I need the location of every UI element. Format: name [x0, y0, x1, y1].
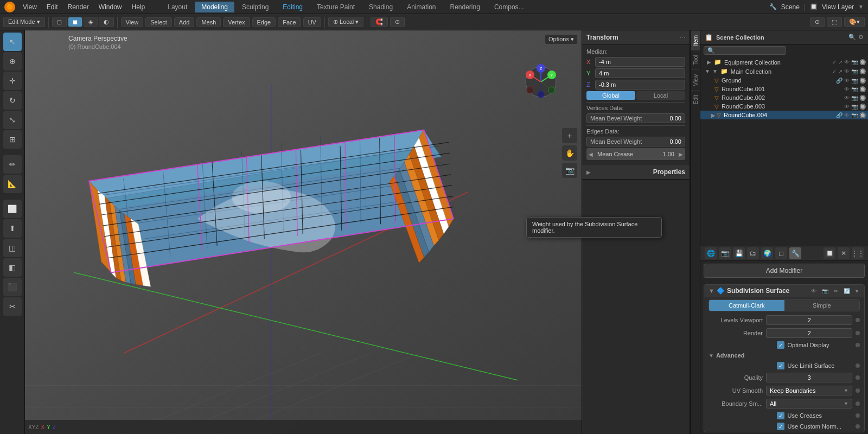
measure-tool[interactable]: 📐: [3, 175, 22, 193]
snap-btn[interactable]: 🧲: [371, 17, 388, 27]
side-tab-edit[interactable]: Edit: [691, 90, 700, 108]
vert-bevel-field[interactable]: Mean Bevel Weight 0.00: [586, 113, 685, 123]
props-world-icon[interactable]: 🌍: [761, 247, 773, 259]
outliner-settings-btn[interactable]: ⚙: [858, 34, 864, 41]
rc004-camera[interactable]: 📷: [851, 112, 858, 118]
wireframe-btn[interactable]: ◻: [52, 17, 67, 27]
equipment-render[interactable]: 🔘: [859, 59, 866, 65]
add-cube-tool[interactable]: ⬜: [3, 200, 22, 218]
tab-modeling[interactable]: Modeling: [195, 2, 234, 12]
global-btn[interactable]: Global: [586, 91, 635, 100]
use-limit-surface-checkbox[interactable]: ✓: [777, 362, 784, 369]
menu-file[interactable]: View: [18, 2, 41, 12]
side-tab-tool[interactable]: Tool: [691, 50, 700, 69]
props-more-icon[interactable]: ⋮⋮: [852, 247, 864, 259]
ground-camera[interactable]: 📷: [851, 78, 858, 84]
transform-section-header[interactable]: Transform ⋯: [582, 30, 690, 45]
render-value[interactable]: 2: [766, 328, 852, 338]
ground-eye[interactable]: 👁: [844, 78, 850, 84]
menu-help[interactable]: Help: [127, 2, 150, 12]
rendered-btn[interactable]: ◐: [99, 17, 114, 27]
main-render[interactable]: 🔘: [859, 68, 866, 74]
edge-bevel-field[interactable]: Mean Bevel Weight 0.00: [586, 137, 685, 146]
zoom-in-btn[interactable]: +: [562, 128, 577, 143]
modifier-render-vis[interactable]: 📷: [820, 288, 830, 295]
select-tool[interactable]: ↖: [3, 33, 22, 51]
main-eye[interactable]: 👁: [844, 68, 850, 74]
modifier-expand-icon[interactable]: ▼: [709, 288, 714, 294]
blender-logo-icon[interactable]: 🟠: [4, 2, 15, 12]
menu-edit[interactable]: Edit: [42, 2, 62, 12]
side-tab-item[interactable]: Item: [691, 30, 700, 50]
shading-dropdown[interactable]: 🎨▾: [844, 17, 865, 27]
ground-link-icon[interactable]: 🔗: [836, 78, 843, 84]
inset-tool[interactable]: ◫: [3, 239, 22, 257]
rc003-eye[interactable]: 👁: [844, 104, 850, 110]
main-restrict-arrow[interactable]: ↗: [838, 68, 843, 74]
edit-mode-dropdown[interactable]: Edit Mode ▾: [3, 17, 45, 27]
props-scene-icon[interactable]: 🌐: [705, 247, 717, 259]
main-collection-row[interactable]: ▼ ▼ 📁 Main Collection ✓ ↗ 👁 📷 🔘: [700, 67, 868, 76]
menu-render[interactable]: Render: [63, 2, 93, 12]
pan-btn[interactable]: ✋: [562, 145, 577, 161]
scale-tool[interactable]: ⤡: [3, 111, 22, 129]
y-field[interactable]: 4 m: [595, 68, 685, 78]
uv-smooth-dot[interactable]: [856, 388, 860, 393]
tab-uv-editing[interactable]: Editing: [276, 2, 309, 12]
loop-cut-tool[interactable]: ⬛: [3, 278, 22, 296]
props-render-icon[interactable]: 📷: [719, 247, 731, 259]
tab-animation[interactable]: Animation: [400, 2, 442, 12]
simple-option[interactable]: Simple: [784, 300, 860, 311]
move-tool[interactable]: ✛: [3, 72, 22, 90]
rotate-tool[interactable]: ↻: [3, 91, 22, 110]
levels-viewport-dot[interactable]: [856, 318, 860, 322]
cursor-tool[interactable]: ⊕: [3, 52, 22, 71]
ground-item[interactable]: ▽ Ground 🔗 👁 📷 🔘: [700, 76, 868, 85]
props-close-icon[interactable]: ✕: [838, 247, 850, 259]
rc004-render[interactable]: 🔘: [859, 112, 866, 118]
annotate-tool[interactable]: ✏: [3, 155, 22, 174]
boundary-smooth-dropdown[interactable]: All ▼: [766, 399, 852, 409]
props-object-icon[interactable]: ◻: [775, 247, 787, 259]
modifier-edit-mode[interactable]: ✏: [832, 288, 840, 295]
levels-viewport-value[interactable]: 2: [766, 315, 852, 325]
rc002-eye[interactable]: 👁: [844, 95, 850, 101]
use-limit-surface-dot[interactable]: [856, 363, 860, 368]
transform-tool[interactable]: ⊞: [3, 130, 22, 149]
uv-smooth-dropdown[interactable]: Keep Boundaries ▼: [766, 386, 852, 395]
mean-crease-row[interactable]: ◀ Mean Crease 1.00 ▶: [586, 148, 685, 160]
equipment-restrict-arrow[interactable]: ↗: [838, 59, 843, 65]
equipment-expand-arrow[interactable]: ▶: [707, 59, 711, 65]
modifier-viewport-vis[interactable]: 👁: [809, 288, 818, 295]
options-btn[interactable]: Options ▾: [545, 35, 577, 44]
extrude-tool[interactable]: ⬆: [3, 219, 22, 238]
equipment-checkbox[interactable]: ✓: [832, 59, 837, 65]
catmull-clark-option[interactable]: Catmull-Clark: [709, 300, 784, 311]
main-expand-arrow[interactable]: ▼: [712, 68, 718, 74]
main-checkbox[interactable]: ✓: [832, 68, 837, 74]
roundcube004-item[interactable]: ▶ ▽ RoundCube.004 🔗 👁 📷 🔘: [700, 111, 868, 119]
rc004-expand-arrow[interactable]: ▶: [711, 112, 716, 118]
x-field[interactable]: -4 m: [595, 57, 685, 67]
tab-rendering[interactable]: Rendering: [444, 2, 487, 12]
roundcube002-item[interactable]: ▽ RoundCube.002 👁 📷 🔘: [700, 93, 868, 102]
tab-texture-paint[interactable]: Texture Paint: [310, 2, 361, 12]
ground-render[interactable]: 🔘: [859, 78, 866, 84]
rc002-camera[interactable]: 📷: [851, 95, 858, 101]
roundcube003-item[interactable]: ▽ RoundCube.003 👁 📷 🔘: [700, 102, 868, 111]
equipment-collection-row[interactable]: ▶ 📁 Equipment Collection ✓ ↗ 👁 📷 🔘: [700, 58, 868, 67]
main-camera[interactable]: 📷: [851, 68, 858, 74]
xray-btn[interactable]: ⬚: [827, 17, 842, 27]
vertex-menu[interactable]: Vertex: [223, 17, 250, 27]
tab-layout[interactable]: Layout: [161, 2, 194, 12]
viewport-3d[interactable]: Camera Perspective (0) RoundCube.004 Opt…: [25, 30, 582, 434]
crease-right-arrow[interactable]: ▶: [676, 148, 685, 160]
camera-view-btn[interactable]: 📷: [562, 163, 577, 178]
props-view-layer-icon[interactable]: 🗂: [747, 247, 759, 259]
material-btn[interactable]: ◈: [84, 17, 98, 27]
z-field[interactable]: -0.3 m: [595, 80, 685, 90]
props-viewport-icon[interactable]: 🔲: [824, 247, 835, 259]
menu-window[interactable]: Window: [94, 2, 126, 12]
bevel-tool[interactable]: ◧: [3, 258, 22, 277]
edge-menu[interactable]: Edge: [252, 17, 276, 27]
